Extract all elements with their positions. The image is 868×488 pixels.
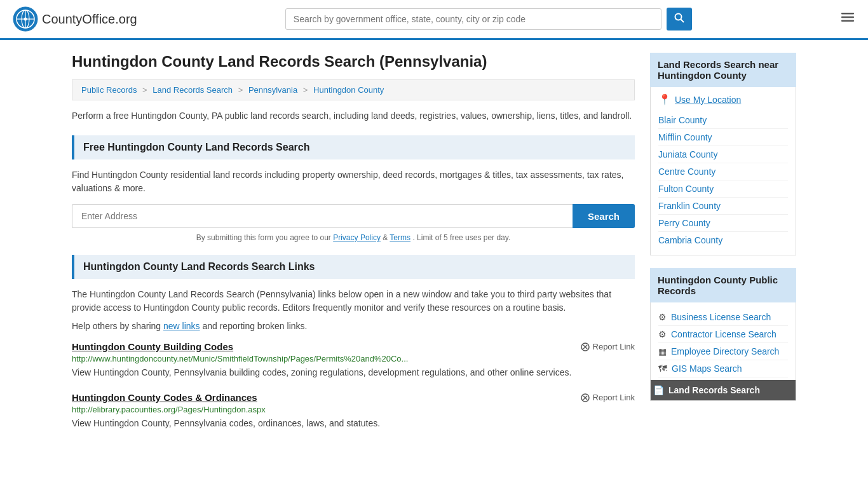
new-links-text: Help others by sharing new links and rep… [72, 321, 635, 331]
link-item-header-2: Huntingdon County Codes & Ordinances Rep… [72, 392, 635, 403]
employee-icon: ▦ [658, 346, 667, 356]
land-records-icon: 📄 [653, 385, 664, 395]
link-desc-2: View Huntingdon County, Pennsylvania cod… [72, 417, 635, 430]
link-anchor-1[interactable]: Huntingdon County Building Codes [72, 341, 233, 352]
terms-link[interactable]: Terms [390, 233, 410, 242]
sidebar-link-perry[interactable]: Perry County [658, 215, 788, 232]
sidebar-land-records-active[interactable]: 📄 Land Records Search [651, 380, 796, 400]
links-section: Huntingdon County Land Records Search Li… [72, 255, 635, 430]
address-search-row: Search [72, 204, 635, 228]
breadcrumb-pennsylvania[interactable]: Pennsylvania [248, 85, 297, 95]
svg-rect-8 [841, 13, 854, 15]
hamburger-icon [840, 10, 855, 25]
link-item-header-1: Huntingdon County Building Codes Report … [72, 341, 635, 352]
sidebar-link-centre[interactable]: Centre County [658, 163, 788, 180]
free-search-heading: Free Huntingdon County Land Records Sear… [72, 135, 635, 159]
report-icon-1 [581, 342, 590, 351]
site-header: CountyOffice.org [0, 0, 868, 40]
content-area: Huntingdon County Land Records Search (P… [72, 53, 635, 443]
sidebar-link-cambria[interactable]: Cambria County [658, 232, 788, 248]
report-link-button-1[interactable]: Report Link [581, 342, 635, 351]
gis-icon: 🗺 [658, 363, 667, 374]
sidebar-employee-directory[interactable]: ▦ Employee Directory Search [658, 343, 788, 360]
svg-rect-10 [841, 20, 854, 22]
link-anchor-2[interactable]: Huntingdon County Codes & Ordinances [72, 392, 257, 403]
page-title: Huntingdon County Land Records Search (P… [72, 53, 635, 71]
svg-line-7 [681, 20, 684, 23]
sidebar: Land Records Search near Huntingdon Coun… [650, 53, 796, 443]
svg-rect-9 [841, 17, 854, 18]
sidebar-public-records-title: Huntingdon County Public Records [650, 268, 796, 302]
header-search-button[interactable] [667, 8, 692, 30]
hamburger-menu-button[interactable] [840, 10, 855, 29]
link-item-1: Huntingdon County Building Codes Report … [72, 341, 635, 379]
sidebar-link-fulton[interactable]: Fulton County [658, 180, 788, 198]
breadcrumb-sep-1: > [142, 85, 147, 95]
sidebar-link-blair[interactable]: Blair County [658, 112, 788, 129]
breadcrumb-sep-3: > [303, 85, 308, 95]
breadcrumb: Public Records > Land Records Search > P… [72, 79, 635, 100]
report-link-button-2[interactable]: Report Link [581, 393, 635, 402]
use-my-location-link[interactable]: Use My Location [675, 95, 741, 105]
logo-text: CountyOffice.org [42, 12, 137, 27]
free-search-description: Find Huntingdon County residential land … [72, 168, 635, 195]
link-title-1: Huntingdon County Building Codes [72, 341, 233, 352]
sidebar-nearby-title: Land Records Search near Huntingdon Coun… [650, 53, 796, 87]
sidebar-link-juniata[interactable]: Juniata County [658, 146, 788, 163]
header-search-area [285, 8, 692, 30]
sidebar-public-records-section: Huntingdon County Public Records ⚙ Busin… [650, 268, 796, 401]
sidebar-link-mifflin[interactable]: Mifflin County [658, 129, 788, 146]
report-icon-2 [581, 393, 590, 402]
links-description: The Huntingdon County Land Records Searc… [72, 288, 635, 315]
sidebar-link-franklin[interactable]: Franklin County [658, 198, 788, 215]
form-disclaimer: By submitting this form you agree to our… [72, 233, 635, 242]
sidebar-business-license[interactable]: ⚙ Business License Search [658, 309, 788, 326]
sidebar-use-location[interactable]: 📍 Use My Location [658, 93, 788, 105]
page-description: Perform a free Huntingdon County, PA pub… [72, 109, 635, 123]
logo-icon [13, 6, 38, 32]
svg-point-5 [24, 18, 27, 21]
business-icon: ⚙ [658, 312, 667, 322]
search-button[interactable]: Search [573, 204, 635, 228]
links-section-heading: Huntingdon County Land Records Search Li… [72, 255, 635, 279]
location-pin-icon: 📍 [658, 93, 671, 105]
sidebar-gis-maps[interactable]: 🗺 GIS Maps Search [658, 360, 788, 377]
link-url-1: http://www.huntingdoncounty.net/Munic/Sm… [72, 354, 635, 363]
breadcrumb-land-records[interactable]: Land Records Search [153, 85, 233, 95]
link-desc-1: View Huntingdon County, Pennsylvania bui… [72, 366, 635, 379]
header-search-input[interactable] [285, 8, 661, 30]
breadcrumb-public-records[interactable]: Public Records [81, 85, 137, 95]
sidebar-contractor-license[interactable]: ⚙ Contractor License Search [658, 326, 788, 343]
logo[interactable]: CountyOffice.org [13, 6, 137, 32]
privacy-policy-link[interactable]: Privacy Policy [333, 233, 381, 242]
svg-point-6 [675, 14, 681, 20]
address-input[interactable] [72, 204, 573, 228]
sidebar-public-records-body: ⚙ Business License Search ⚙ Contractor L… [650, 302, 796, 401]
link-item-2: Huntingdon County Codes & Ordinances Rep… [72, 392, 635, 430]
address-search-form: Search By submitting this form you agree… [72, 204, 635, 242]
sidebar-nearby-body: 📍 Use My Location Blair County Mifflin C… [650, 87, 796, 255]
breadcrumb-county[interactable]: Huntingdon County [313, 85, 384, 95]
link-url-2: http://elibrary.pacounties.org/Pages/Hun… [72, 405, 635, 414]
link-title-2: Huntingdon County Codes & Ordinances [72, 392, 257, 403]
new-links-link[interactable]: new links [163, 321, 200, 331]
main-container: Huntingdon County Land Records Search (P… [59, 40, 809, 456]
search-icon [674, 13, 684, 23]
breadcrumb-sep-2: > [238, 85, 243, 95]
contractor-icon: ⚙ [658, 329, 667, 339]
sidebar-nearby-section: Land Records Search near Huntingdon Coun… [650, 53, 796, 255]
